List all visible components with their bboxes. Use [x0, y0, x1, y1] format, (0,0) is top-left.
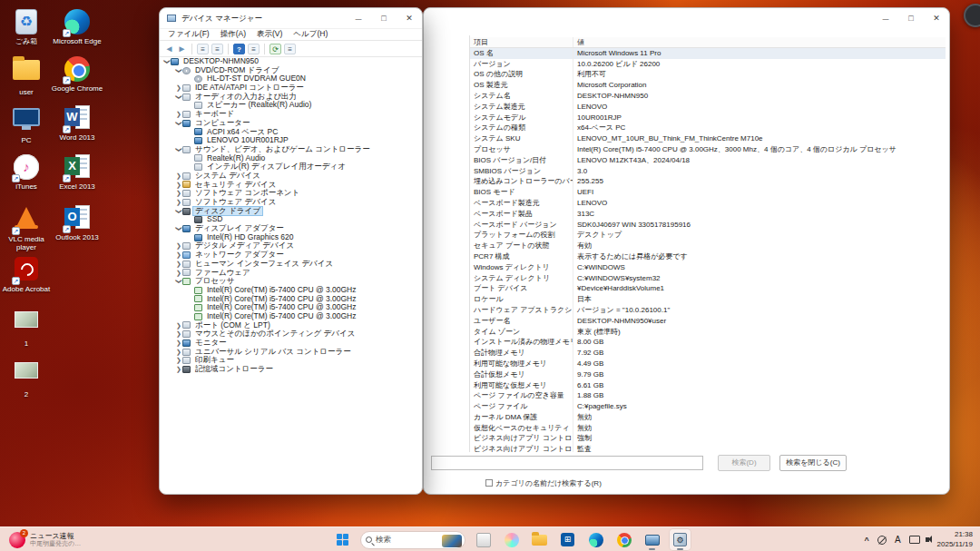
table-row[interactable]: バージョン10.0.26200 ビルド 26200	[470, 59, 946, 70]
start-button[interactable]	[332, 529, 353, 550]
table-row[interactable]: プラットフォームの役割デスクトップ	[470, 230, 946, 241]
taskbar-app-icon[interactable]	[473, 529, 494, 550]
expand-icon[interactable]: ❯	[175, 321, 182, 330]
excel-shortcut-icon[interactable]: X↗Excel 2013	[51, 154, 103, 192]
tree-item[interactable]: ACPI x64 ベース PC	[160, 128, 419, 137]
close-icon[interactable]	[397, 8, 422, 28]
table-row[interactable]: 利用可能な仮想メモリ6.61 GB	[470, 380, 946, 391]
table-row[interactable]: 利用可能な物理メモリ4.49 GB	[470, 359, 946, 369]
vlc-shortcut-icon[interactable]: ↗VLC media player	[0, 205, 53, 252]
widgets-button[interactable]: 2 ニュース速報 中尾明慶発売の…	[5, 529, 84, 550]
table-row[interactable]: ユーザー名DESKTOP-NHMN950¥user	[470, 316, 946, 327]
expand-icon[interactable]: ❯	[175, 269, 182, 278]
image-file-2-icon[interactable]: 2	[0, 358, 53, 399]
action-pane-icon[interactable]: ≡	[248, 44, 260, 54]
expand-icon[interactable]: ❯	[175, 172, 182, 181]
table-row[interactable]: システムの種類x64-ベース PC	[470, 123, 946, 133]
expand-icon[interactable]: ❯	[175, 365, 182, 374]
table-row[interactable]: SMBIOS バージョン3.0	[470, 166, 946, 177]
collapse-icon[interactable]: ❯	[174, 93, 183, 101]
collapse-icon[interactable]: ❯	[174, 278, 183, 285]
image-file-1-icon[interactable]: 1	[0, 307, 53, 349]
minimize-icon[interactable]	[873, 8, 898, 28]
ime-indicator[interactable]: A	[895, 535, 901, 545]
scan-hardware-changes-icon[interactable]: ⟳	[270, 44, 281, 54]
minimize-icon[interactable]	[346, 8, 371, 28]
table-row[interactable]: PCR7 構成表示するためには昇格が必要です	[470, 251, 946, 262]
table-row[interactable]: システム ディレクトリC:¥WINDOWS¥system32	[470, 273, 946, 284]
menu-item[interactable]: 操作(A)	[216, 29, 250, 40]
show-console-tree-icon[interactable]: ≡	[197, 44, 209, 54]
no-internet-icon[interactable]	[877, 536, 887, 545]
itunes-shortcut-icon[interactable]: ♪↗iTunes	[0, 154, 53, 192]
maximize-icon[interactable]	[371, 8, 397, 28]
volume-icon[interactable]	[926, 537, 929, 542]
table-row[interactable]: システム製造元LENOVO	[470, 102, 946, 113]
tree-item[interactable]: ❯記憶域コントローラー	[160, 365, 419, 374]
chrome-shortcut-icon[interactable]: ↗Google Chrome	[51, 56, 103, 93]
search-category-checkbox[interactable]	[485, 479, 493, 487]
collapse-icon[interactable]: ❯	[174, 120, 183, 127]
collapse-icon[interactable]: ❯	[174, 208, 183, 215]
table-row[interactable]: システムモデル10UR001RJP	[470, 113, 946, 123]
tree-item[interactable]: ❯コンピューター	[160, 119, 419, 128]
collapse-icon[interactable]: ❯	[174, 146, 183, 153]
microsoft-store-icon[interactable]: ⊞	[557, 529, 578, 550]
expand-icon[interactable]: ❯	[175, 189, 182, 198]
tree-item[interactable]: ❯ディスク ドライブ	[160, 207, 419, 216]
display-tray-icon[interactable]	[909, 536, 920, 544]
table-row[interactable]: インストール済みの物理メモリ (RAM)8.00 GB	[470, 337, 946, 348]
table-row[interactable]: BIOS モードUEFI	[470, 187, 946, 198]
forward-icon[interactable]: ►	[177, 44, 187, 54]
table-row[interactable]: Windows ディレクトリC:¥WINDOWS	[470, 262, 946, 273]
clock[interactable]: 21:38 2025/11/19	[937, 530, 973, 549]
pc-icon[interactable]: PC	[0, 105, 53, 145]
tree-item[interactable]: ❯サウンド、ビデオ、およびゲーム コントローラー	[160, 145, 419, 154]
table-row[interactable]: ページ ファイルの空き容量1.88 GB	[470, 390, 946, 401]
table-row[interactable]: カーネル DMA 保護無効	[470, 412, 946, 423]
overlay-badge[interactable]	[964, 4, 980, 27]
collapse-icon[interactable]: ❯	[174, 67, 183, 74]
device-manager-window[interactable]: デバイス マネージャー ファイル(F)操作(A)表示(V)ヘルプ(H) ◄►≡≡…	[159, 7, 423, 495]
table-row[interactable]: 合計物理メモリ7.92 GB	[470, 348, 946, 359]
table-row[interactable]: 合計仮想メモリ9.79 GB	[470, 369, 946, 380]
edge-shortcut-icon[interactable]: ↗Microsoft Edge	[51, 9, 103, 46]
back-icon[interactable]: ◄	[164, 44, 174, 54]
expand-icon[interactable]: ❯	[175, 241, 182, 251]
table-row[interactable]: OS の他の説明利用不可	[470, 69, 946, 80]
expand-icon[interactable]: ❯	[175, 84, 182, 93]
table-row[interactable]: OS 名Microsoft Windows 11 Pro	[470, 48, 946, 59]
tray-chevron-icon[interactable]: ^	[865, 536, 869, 545]
system-info-app-icon[interactable]	[642, 529, 662, 550]
copilot-icon[interactable]	[501, 529, 522, 550]
table-row[interactable]: 仮想化ベースのセキュリティ無効	[470, 423, 946, 434]
find-button[interactable]: 検索(D)	[718, 455, 770, 471]
outlook-shortcut-icon[interactable]: O↗Outlook 2013	[51, 205, 103, 242]
table-row[interactable]: タイム ゾーン東京 (標準時)	[470, 327, 946, 338]
device-manager-app-icon[interactable]: ⚙	[670, 529, 691, 550]
expand-icon[interactable]: ❯	[175, 330, 182, 339]
table-row[interactable]: プロセッサIntel(R) Core(TM) i5-7400 CPU @ 3.0…	[470, 144, 946, 155]
recycle-bin-icon[interactable]: ♻ごみ箱	[0, 9, 53, 46]
table-row[interactable]: システム名DESKTOP-NHMN950	[470, 91, 946, 102]
table-row[interactable]: ベースボード バージョンSDK0J40697 WIN 3305178195916	[470, 220, 946, 231]
menu-item[interactable]: ヘルプ(H)	[289, 29, 332, 40]
table-row[interactable]: OS 製造元Microsoft Corporation	[470, 80, 946, 91]
expand-icon[interactable]: ❯	[175, 260, 182, 269]
device-properties-icon[interactable]: ≡	[284, 44, 296, 54]
word-shortcut-icon[interactable]: W↗Word 2013	[51, 105, 103, 143]
close-find-button[interactable]: 検索を閉じる(C)	[779, 455, 847, 471]
table-row[interactable]: ビジネス向けアプリ コントロール ポリ...強制	[470, 433, 946, 444]
menu-item[interactable]: ファイル(F)	[163, 29, 214, 40]
collapse-icon[interactable]: ❯	[174, 225, 183, 232]
table-row[interactable]: ビジネス向けアプリ コントロールのユー...監査	[470, 444, 946, 452]
expand-icon[interactable]: ❯	[175, 198, 182, 207]
file-explorer-icon[interactable]	[529, 529, 550, 550]
table-row[interactable]: BIOS バージョン/日付LENOVO M1ZKT43A、2024/04/18	[470, 155, 946, 166]
taskbar-search-box[interactable]: 検索	[360, 531, 466, 549]
menu-item[interactable]: 表示(V)	[252, 29, 287, 40]
expand-icon[interactable]: ❯	[175, 110, 182, 119]
find-what-input[interactable]	[431, 456, 703, 470]
collapse-icon[interactable]: ❯	[162, 58, 172, 65]
expand-icon[interactable]: ❯	[175, 348, 182, 357]
